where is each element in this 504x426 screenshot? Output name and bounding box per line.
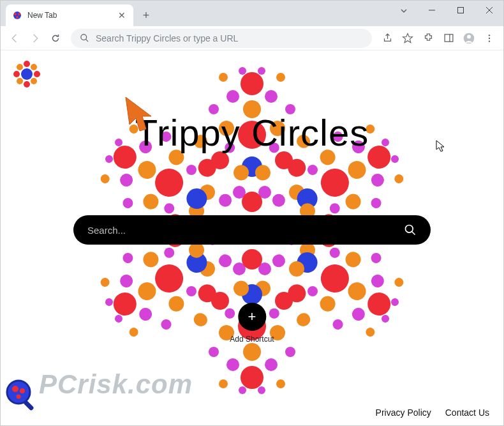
tab-dropdown-icon[interactable] [400,6,408,17]
plus-icon: + [238,303,266,331]
svg-point-60 [17,395,21,399]
svg-point-57 [7,381,30,404]
browser-toolbar: Search Trippy Circles or type a URL [1,26,503,50]
browser-tab[interactable]: New Tab ✕ [6,4,133,26]
tab-favicon-icon [12,10,22,20]
svg-point-1 [14,13,17,15]
window-minimize-button[interactable] [417,1,446,20]
svg-point-16 [489,40,490,42]
svg-point-20 [13,71,20,77]
privacy-policy-link[interactable]: Privacy Policy [376,407,431,418]
mouse-cursor-icon [436,140,446,155]
svg-point-8 [81,34,87,40]
add-shortcut-button[interactable]: + Add Shortcut [230,303,274,344]
window-controls [417,1,503,20]
share-icon[interactable] [378,29,396,47]
window-titlebar: New Tab ✕ + [1,1,503,26]
reload-button[interactable] [47,29,64,47]
svg-point-18 [24,61,30,67]
tab-title: New Tab [27,11,112,20]
profile-avatar-icon[interactable] [460,29,478,47]
svg-rect-5 [457,8,463,13]
svg-point-21 [34,71,40,77]
search-icon [80,33,89,43]
menu-dots-icon[interactable] [480,29,498,47]
svg-point-25 [31,78,37,84]
svg-rect-10 [445,34,453,42]
site-mini-logo-icon [11,58,43,90]
extensions-icon[interactable] [419,29,437,47]
svg-point-54 [242,192,262,212]
svg-point-3 [16,16,19,19]
address-bar[interactable]: Search Trippy Circles or type a URL [71,29,372,48]
svg-point-53 [242,249,262,270]
svg-point-15 [489,37,490,38]
watermark-magnifier-icon [4,378,39,413]
annotation-arrow-icon [119,94,158,135]
page-title: Trippy Circles [1,111,503,154]
page-content: Trippy Circles + Add Shortcut PCrisk.com… [1,50,503,425]
svg-point-24 [17,78,23,84]
footer-links: Privacy Policy Contact Us [376,407,489,418]
tab-close-icon[interactable]: ✕ [117,10,127,20]
back-button[interactable] [6,29,24,47]
svg-point-17 [21,68,33,80]
svg-point-2 [18,13,20,15]
bookmark-star-icon[interactable] [399,29,417,47]
svg-point-55 [406,225,413,233]
svg-point-13 [467,34,471,38]
contact-us-link[interactable]: Contact Us [445,407,489,418]
forward-button[interactable] [26,29,44,47]
svg-point-23 [31,64,37,70]
window-close-button[interactable] [475,1,503,20]
add-shortcut-label: Add Shortcut [230,335,274,344]
svg-point-58 [12,386,19,392]
window-maximize-button[interactable] [446,1,475,20]
svg-line-56 [412,232,415,235]
svg-point-19 [24,81,30,87]
search-input[interactable] [87,225,404,236]
watermark-text: PCrisk.com [39,369,193,400]
main-search-bar[interactable] [73,215,431,245]
search-submit-icon[interactable] [404,224,417,236]
svg-point-59 [20,388,25,393]
svg-point-14 [489,34,490,36]
svg-rect-61 [23,400,34,411]
address-bar-placeholder: Search Trippy Circles or type a URL [96,33,238,43]
new-tab-button[interactable]: + [137,6,155,24]
svg-line-9 [85,39,88,42]
side-panel-icon[interactable] [440,29,457,47]
svg-point-22 [17,64,23,70]
